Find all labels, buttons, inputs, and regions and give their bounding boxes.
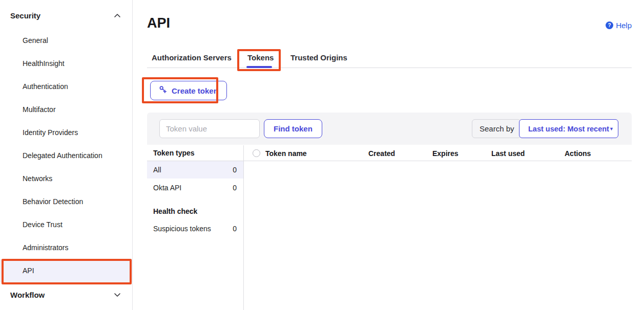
- chevron-up-icon: [114, 13, 121, 18]
- sidebar-item-healthinsight[interactable]: HealthInsight: [0, 52, 132, 75]
- sidebar: Security General HealthInsight Authentic…: [0, 0, 133, 310]
- token-type-count: 0: [233, 225, 237, 233]
- column-header-created: Created: [368, 149, 395, 158]
- token-type-label: Suspicious tokens: [153, 225, 211, 233]
- panel-table-divider: [243, 145, 244, 310]
- sort-dropdown-value: Last used: Most recent: [528, 125, 609, 133]
- tab-tokens[interactable]: Tokens: [247, 53, 274, 62]
- search-by-label: Search by: [480, 124, 514, 133]
- health-check-subheader: Health check: [153, 207, 197, 215]
- sidebar-item-networks[interactable]: Networks: [0, 167, 132, 190]
- column-header-actions: Actions: [565, 149, 591, 158]
- help-link[interactable]: ? Help: [606, 21, 632, 30]
- chevron-down-icon: [114, 292, 121, 298]
- okta-admin-api-page: Security General HealthInsight Authentic…: [0, 0, 644, 310]
- find-token-button[interactable]: Find token: [264, 119, 322, 138]
- key-plus-icon: [159, 85, 168, 96]
- sidebar-item-administrators[interactable]: Administrators: [0, 236, 132, 259]
- sidebar-section-workflow[interactable]: Workflow: [0, 282, 132, 299]
- dropdown-caret-icon: ▼: [609, 126, 614, 131]
- select-all-radio[interactable]: [253, 149, 260, 157]
- token-type-label: Okta API: [153, 184, 181, 192]
- sidebar-section-security-label: Security: [10, 11, 40, 20]
- tabs-divider: [147, 68, 632, 68]
- sidebar-item-multifactor[interactable]: Multifactor: [0, 98, 132, 121]
- sidebar-item-device-trust[interactable]: Device Trust: [0, 213, 132, 236]
- sidebar-item-general[interactable]: General: [0, 29, 132, 52]
- active-tab-indicator: [246, 66, 272, 68]
- page-title: API: [147, 15, 170, 31]
- tab-trusted-origins[interactable]: Trusted Origins: [290, 53, 347, 62]
- sort-dropdown[interactable]: Last used: Most recent ▼: [519, 119, 618, 138]
- column-header-token-name: Token name: [265, 149, 307, 158]
- sidebar-nav: General HealthInsight Authentication Mul…: [0, 29, 132, 282]
- sidebar-section-security[interactable]: Security: [0, 0, 132, 29]
- token-type-label: All: [153, 166, 161, 174]
- create-token-button[interactable]: Create token: [150, 81, 227, 100]
- token-value-input[interactable]: [159, 119, 260, 138]
- token-types-header: Token types: [153, 149, 195, 157]
- token-type-row-okta-api[interactable]: Okta API 0: [147, 179, 243, 197]
- help-icon: ?: [606, 21, 613, 29]
- sidebar-item-identity-providers[interactable]: Identity Providers: [0, 121, 132, 144]
- column-header-expires: Expires: [432, 149, 459, 158]
- sidebar-item-behavior-detection[interactable]: Behavior Detection: [0, 190, 132, 213]
- sidebar-item-delegated-authentication[interactable]: Delegated Authentication: [0, 144, 132, 167]
- token-type-row-all[interactable]: All 0: [147, 161, 243, 179]
- token-type-count: 0: [233, 184, 237, 192]
- search-by-label-box: Search by: [472, 119, 521, 138]
- token-type-count: 0: [233, 166, 237, 174]
- sidebar-section-workflow-label: Workflow: [10, 291, 45, 299]
- create-token-button-label: Create token: [172, 86, 218, 95]
- tab-authorization-servers[interactable]: Authorization Servers: [152, 53, 232, 62]
- help-link-label: Help: [616, 21, 632, 30]
- table-header-divider: [147, 161, 632, 161]
- sidebar-item-authentication[interactable]: Authentication: [0, 75, 132, 98]
- filter-toolbar: Find token Search by Last used: Most rec…: [147, 113, 632, 145]
- column-header-last-used: Last used: [491, 149, 525, 158]
- sidebar-item-api[interactable]: API: [0, 259, 132, 282]
- token-type-row-suspicious-tokens[interactable]: Suspicious tokens 0: [147, 221, 243, 236]
